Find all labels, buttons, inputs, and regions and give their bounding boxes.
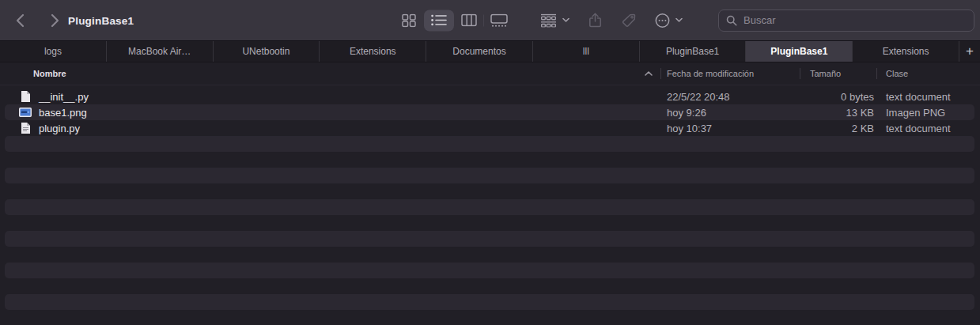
empty-row: [0, 183, 980, 199]
tab-4-extensions[interactable]: Extensions: [320, 41, 426, 62]
empty-row: [0, 199, 980, 215]
column-header-row: Nombre Fecha de modificación Tamaño Clas…: [0, 62, 980, 85]
file-name: plugin.py: [39, 123, 80, 134]
file-size: 13 KB: [800, 107, 876, 119]
file-row[interactable]: __init__.py22/5/22 20:480 bytestext docu…: [0, 89, 980, 104]
nav-buttons: [11, 10, 63, 31]
more-options-button[interactable]: [655, 13, 683, 28]
empty-row: [0, 231, 980, 247]
list-view-button[interactable]: [424, 9, 454, 31]
grid-view-icon: [402, 13, 416, 27]
file-list: __init__.py22/5/22 20:480 bytestext docu…: [0, 85, 980, 325]
view-switcher: [394, 9, 514, 31]
title-bar: PluginBase1: [0, 0, 980, 41]
tab-bar: logsMacBook Air…UNetbootinExtensionsDocu…: [0, 41, 980, 62]
tab-9-extensions[interactable]: Extensions: [853, 41, 959, 62]
search-icon: [726, 15, 737, 26]
file-date: 22/5/22 20:48: [660, 91, 800, 103]
gallery-view-button[interactable]: [484, 9, 514, 31]
column-header-name[interactable]: Nombre: [0, 62, 660, 85]
empty-row: [0, 310, 980, 325]
empty-row: [0, 247, 980, 263]
chevron-down-icon: [562, 18, 569, 23]
back-button[interactable]: [11, 10, 28, 31]
empty-row: [0, 278, 980, 294]
file-size: 0 bytes: [800, 91, 876, 103]
file-row[interactable]: base1.pnghoy 9:2613 KBImagen PNG: [0, 104, 980, 120]
tab-3-unetbootin[interactable]: UNetbootin: [214, 41, 320, 62]
file-name: __init__.py: [39, 91, 89, 103]
chevron-down-icon: [675, 18, 683, 23]
empty-row: [0, 152, 980, 168]
window-title: PluginBase1: [68, 14, 134, 26]
list-view-icon: [431, 15, 447, 26]
tab-7-pluginbase1[interactable]: PluginBase1: [640, 41, 747, 62]
group-icon: [540, 13, 557, 27]
tab-6-lll[interactable]: lll: [533, 41, 640, 62]
more-icon: [655, 13, 670, 28]
file-name: base1.png: [39, 107, 87, 119]
icon-view-button[interactable]: [394, 9, 424, 31]
share-icon: [588, 13, 602, 28]
tag-icon: [622, 13, 636, 28]
column-header-date[interactable]: Fecha de modificación: [660, 62, 800, 85]
tab-8-pluginbase1[interactable]: PluginBase1: [746, 41, 853, 62]
tab-2-macbook-air-[interactable]: MacBook Air…: [107, 41, 214, 62]
tag-button[interactable]: [622, 9, 636, 32]
tab-1-logs[interactable]: logs: [0, 41, 107, 62]
sort-chevron-up-icon: [645, 71, 653, 76]
forward-button[interactable]: [46, 10, 63, 31]
document-text-icon: [19, 122, 32, 134]
column-header-name-label: Nombre: [33, 69, 66, 78]
file-size: 2 KB: [800, 123, 876, 134]
file-date: hoy 9:26: [660, 107, 800, 119]
search-field[interactable]: [718, 9, 974, 32]
image-icon: [19, 108, 32, 117]
share-button[interactable]: [588, 9, 602, 32]
file-kind: text document: [876, 123, 980, 134]
group-button[interactable]: [540, 13, 569, 27]
empty-row: [0, 215, 980, 231]
forward-icon: [51, 13, 59, 28]
column-view-icon: [461, 14, 477, 27]
new-tab-button[interactable]: +: [959, 41, 980, 62]
file-row[interactable]: plugin.pyhoy 10:372 KBtext document: [0, 120, 980, 136]
search-input[interactable]: [742, 13, 967, 27]
back-icon: [16, 13, 25, 28]
gallery-view-icon: [490, 13, 508, 27]
file-kind: text document: [876, 91, 980, 103]
column-header-kind[interactable]: Clase: [876, 62, 980, 85]
tab-5-documentos[interactable]: Documentos: [426, 41, 533, 62]
finder-window: PluginBase1: [0, 0, 980, 325]
empty-row: [0, 136, 980, 152]
column-view-button[interactable]: [454, 9, 484, 31]
file-kind: Imagen PNG: [876, 107, 980, 119]
empty-row: [0, 168, 980, 183]
file-date: hoy 10:37: [660, 123, 800, 134]
document-icon: [19, 90, 32, 103]
empty-row: [0, 263, 980, 278]
column-header-size[interactable]: Tamaño: [800, 62, 876, 85]
empty-row: [0, 294, 980, 310]
